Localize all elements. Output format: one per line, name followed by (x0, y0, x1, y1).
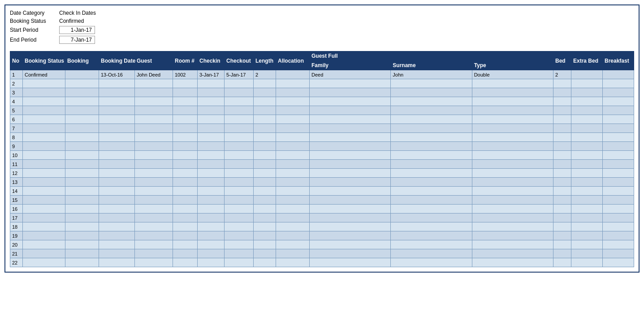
cell-checkout (225, 97, 254, 106)
cell-family (310, 115, 391, 124)
table-row: 9 (10, 142, 634, 151)
cell-family (310, 205, 391, 213)
cell-length (254, 115, 276, 124)
cell-bed (553, 222, 571, 231)
filter-section: Date Category Check In Dates Booking Sta… (10, 10, 634, 44)
cell-bed (553, 187, 571, 196)
cell-breakfast (603, 79, 634, 88)
cell-checkin (198, 79, 225, 88)
cell-type (472, 187, 553, 196)
col-header-booking-status: Booking Status (23, 51, 65, 70)
cell-surname (391, 115, 472, 124)
cell-breakfast (603, 97, 634, 106)
cell-length (254, 124, 276, 133)
cell-surname (391, 88, 472, 97)
cell-booking_date (99, 151, 135, 160)
cell-checkin (198, 169, 225, 178)
cell-booking_date (99, 231, 135, 240)
cell-checkout (225, 240, 254, 249)
cell-booking_date (99, 196, 135, 205)
cell-room (173, 88, 198, 97)
cell-type (472, 79, 553, 88)
cell-booking (65, 115, 99, 124)
cell-type (472, 160, 553, 169)
cell-type (472, 222, 553, 231)
cell-type (472, 240, 553, 249)
cell-booking (65, 249, 99, 258)
cell-allocation (276, 79, 310, 88)
cell-allocation (276, 187, 310, 196)
col-header-checkout: Checkout (225, 51, 254, 70)
start-period-value[interactable]: 1-Jan-17 (59, 26, 95, 34)
cell-allocation (276, 106, 310, 115)
cell-breakfast (603, 169, 634, 178)
cell-surname (391, 222, 472, 231)
cell-length (254, 106, 276, 115)
cell-no: 12 (10, 169, 23, 178)
cell-length (254, 88, 276, 97)
cell-booking_date (99, 187, 135, 196)
col-header-type: Type (472, 61, 553, 70)
cell-type (472, 205, 553, 213)
cell-booking (65, 222, 99, 231)
cell-checkin (198, 178, 225, 187)
cell-booking_status (23, 133, 65, 142)
table-row: 10 (10, 151, 634, 160)
cell-checkin (198, 142, 225, 151)
end-period-value[interactable]: 7-Jan-17 (59, 36, 95, 44)
cell-booking (65, 187, 99, 196)
cell-checkout (225, 160, 254, 169)
cell-length (254, 133, 276, 142)
col-header-guest-full: Guest Full (310, 51, 553, 61)
cell-booking_status (23, 97, 65, 106)
cell-room (173, 160, 198, 169)
cell-booking_date (99, 88, 135, 97)
cell-checkin (198, 97, 225, 106)
cell-type (472, 142, 553, 151)
cell-booking_date (99, 79, 135, 88)
cell-length (254, 222, 276, 231)
cell-checkout (225, 222, 254, 231)
cell-extrabed (571, 70, 603, 79)
cell-booking (65, 160, 99, 169)
cell-checkin (198, 160, 225, 169)
cell-bed (553, 88, 571, 97)
cell-checkout (225, 205, 254, 213)
cell-surname (391, 79, 472, 88)
cell-allocation (276, 231, 310, 240)
cell-surname (391, 160, 472, 169)
cell-bed (553, 79, 571, 88)
cell-checkin (198, 213, 225, 222)
cell-no: 15 (10, 196, 23, 205)
cell-length (254, 79, 276, 88)
cell-booking (65, 142, 99, 151)
cell-checkout (225, 169, 254, 178)
cell-booking (65, 106, 99, 115)
cell-surname (391, 258, 472, 267)
cell-bed (553, 169, 571, 178)
cell-room (173, 115, 198, 124)
cell-length (254, 196, 276, 205)
cell-guest (135, 187, 173, 196)
cell-breakfast (603, 258, 634, 267)
cell-room (173, 249, 198, 258)
cell-length (254, 213, 276, 222)
cell-extrabed (571, 178, 603, 187)
cell-breakfast (603, 115, 634, 124)
cell-extrabed (571, 160, 603, 169)
cell-no: 13 (10, 178, 23, 187)
cell-family (310, 142, 391, 151)
cell-type (472, 151, 553, 160)
cell-guest (135, 178, 173, 187)
table-row: 7 (10, 124, 634, 133)
cell-extrabed (571, 205, 603, 213)
cell-extrabed (571, 124, 603, 133)
cell-booking_status (23, 187, 65, 196)
cell-surname (391, 187, 472, 196)
cell-family (310, 213, 391, 222)
cell-breakfast (603, 178, 634, 187)
cell-type (472, 97, 553, 106)
table-row: 20 (10, 240, 634, 249)
cell-type (472, 249, 553, 258)
cell-family (310, 178, 391, 187)
